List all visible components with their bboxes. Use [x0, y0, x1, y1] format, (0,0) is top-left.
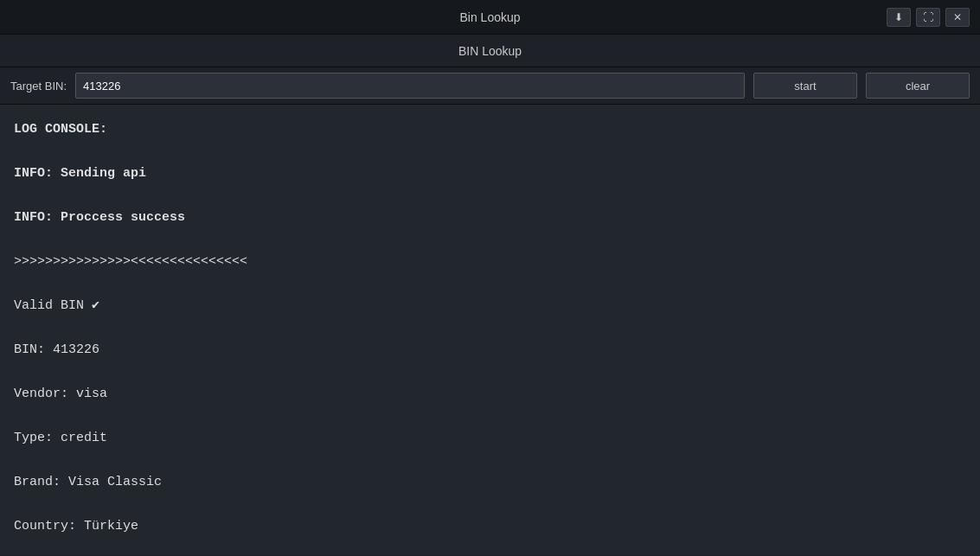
- console-line: Brand: Visa Classic: [14, 471, 966, 494]
- console-line: >>>>>>>>>>>>>>><<<<<<<<<<<<<<<: [14, 251, 966, 273]
- close-button[interactable]: ✕: [945, 8, 970, 27]
- console-line: INFO: Sending api: [14, 163, 966, 185]
- download-button[interactable]: ⬇: [887, 8, 911, 27]
- toolbar: Target BIN: start clear: [0, 67, 980, 105]
- title-bar: Bin Lookup ⬇ ⛶ ✕: [0, 0, 980, 35]
- console-line: Vendor: visa: [14, 383, 966, 406]
- console-line: Type: credit: [14, 427, 966, 450]
- subtitle-label: BIN Lookup: [458, 44, 522, 58]
- console-line: INFO: Proccess success: [14, 207, 966, 229]
- start-button[interactable]: start: [753, 73, 857, 99]
- console-line: Country: Türkiye: [14, 515, 966, 538]
- clear-button[interactable]: clear: [866, 73, 970, 99]
- target-bin-input[interactable]: [75, 73, 745, 99]
- window-controls: ⬇ ⛶ ✕: [887, 8, 970, 27]
- console-line: BIN: 413226: [14, 339, 966, 361]
- console-line: LOG CONSOLE:: [14, 118, 966, 141]
- console-line: Valid BIN ✔: [14, 295, 966, 317]
- target-bin-label: Target BIN:: [10, 80, 67, 93]
- maximize-button[interactable]: ⛶: [916, 8, 940, 27]
- subtitle-bar: BIN Lookup: [0, 35, 980, 67]
- window-title: Bin Lookup: [459, 10, 520, 24]
- log-console: LOG CONSOLE:INFO: Sending apiINFO: Procc…: [0, 105, 980, 555]
